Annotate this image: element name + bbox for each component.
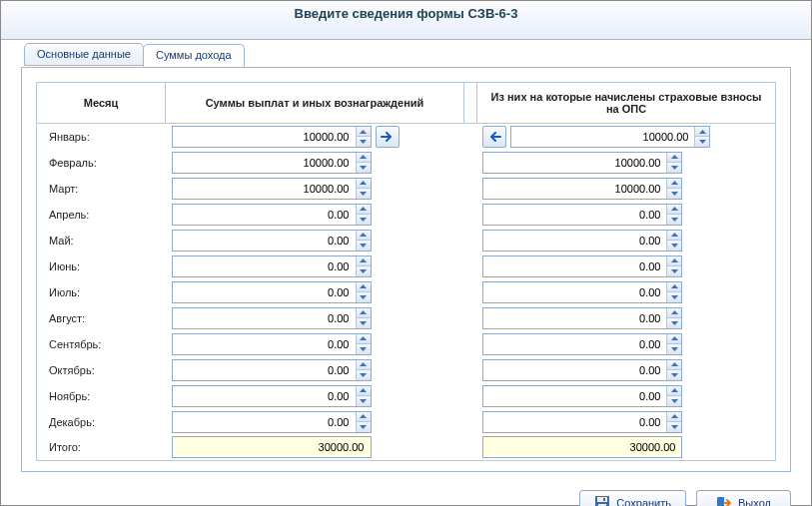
payments-input[interactable]	[173, 179, 356, 199]
insurance-input[interactable]	[483, 386, 666, 406]
payments-cell	[166, 202, 464, 228]
spin-down[interactable]	[667, 241, 681, 251]
spinner-buttons	[666, 282, 681, 302]
payments-input[interactable]	[173, 282, 356, 302]
spin-down[interactable]	[357, 370, 371, 380]
spin-up[interactable]	[667, 334, 681, 345]
spin-up[interactable]	[357, 153, 371, 164]
spin-up[interactable]	[667, 308, 681, 319]
spin-down[interactable]	[667, 215, 681, 225]
spin-up[interactable]	[357, 360, 371, 371]
spin-down[interactable]	[357, 215, 371, 225]
dialog: Введите сведения формы СЗВ-6-3 Основные …	[0, 0, 812, 506]
spinner-buttons	[666, 360, 681, 380]
spin-down[interactable]	[357, 344, 371, 354]
insurance-input[interactable]	[483, 308, 666, 328]
payments-input[interactable]	[173, 256, 356, 276]
spin-down[interactable]	[667, 266, 681, 276]
spin-up[interactable]	[667, 205, 681, 216]
arrow-left-icon	[487, 132, 501, 142]
insurance-input[interactable]	[483, 282, 666, 302]
insurance-spinner	[482, 385, 682, 407]
insurance-cell	[476, 279, 775, 305]
payments-input[interactable]	[173, 360, 356, 380]
spin-up[interactable]	[357, 334, 371, 345]
spinner-buttons	[356, 282, 371, 302]
spin-up[interactable]	[357, 256, 371, 267]
month-label: Июль:	[37, 279, 166, 305]
spin-down[interactable]	[357, 241, 371, 251]
payments-input[interactable]	[173, 386, 356, 406]
spin-up[interactable]	[357, 282, 371, 293]
insurance-input[interactable]	[483, 153, 666, 173]
tab-main-data[interactable]: Основные данные	[24, 43, 144, 66]
spin-down[interactable]	[357, 163, 371, 173]
exit-button-label: Выход	[738, 497, 771, 506]
insurance-input[interactable]	[483, 360, 666, 380]
spin-down[interactable]	[667, 163, 681, 173]
spin-up[interactable]	[667, 153, 681, 164]
spin-up[interactable]	[357, 386, 371, 397]
tab-panel: Месяц Суммы выплат и иных вознаграждений…	[21, 67, 791, 472]
payments-input[interactable]	[173, 231, 356, 251]
spin-down[interactable]	[357, 266, 371, 276]
spin-down[interactable]	[667, 318, 681, 328]
copy-left-button[interactable]	[482, 126, 506, 148]
insurance-cell	[476, 150, 775, 176]
spin-up[interactable]	[357, 179, 371, 190]
spinner-buttons	[694, 127, 709, 147]
insurance-input[interactable]	[483, 412, 666, 432]
dialog-footer: Сохранить Выход	[1, 482, 811, 506]
insurance-input[interactable]	[483, 231, 666, 251]
spin-down[interactable]	[667, 344, 681, 354]
spin-down[interactable]	[357, 292, 371, 302]
spin-up[interactable]	[667, 231, 681, 242]
spin-up[interactable]	[357, 231, 371, 242]
spin-down[interactable]	[667, 396, 681, 406]
tab-income-sums[interactable]: Суммы дохода	[143, 44, 245, 67]
spin-up[interactable]	[667, 360, 681, 371]
spin-up[interactable]	[667, 179, 681, 190]
insurance-spinner	[482, 333, 682, 355]
spin-down[interactable]	[667, 292, 681, 302]
spin-down[interactable]	[357, 396, 371, 406]
spin-up[interactable]	[667, 386, 681, 397]
exit-button[interactable]: Выход	[696, 490, 791, 506]
spin-up[interactable]	[357, 308, 371, 319]
insurance-input[interactable]	[511, 127, 694, 147]
spin-down[interactable]	[667, 189, 681, 199]
spin-down[interactable]	[357, 318, 371, 328]
spinner-buttons	[666, 231, 681, 251]
spin-up[interactable]	[357, 412, 371, 423]
payments-input[interactable]	[173, 205, 356, 225]
copy-right-button[interactable]	[376, 126, 400, 148]
payments-input[interactable]	[173, 412, 356, 432]
insurance-input[interactable]	[483, 179, 666, 199]
spin-down[interactable]	[695, 137, 709, 147]
insurance-input[interactable]	[483, 256, 666, 276]
payments-input[interactable]	[173, 153, 356, 173]
spin-down[interactable]	[667, 370, 681, 380]
payments-input[interactable]	[173, 308, 356, 328]
spin-up[interactable]	[667, 412, 681, 423]
spin-up[interactable]	[667, 256, 681, 267]
save-button[interactable]: Сохранить	[579, 490, 686, 506]
tab-sums-label: Суммы дохода	[156, 49, 232, 61]
spin-down[interactable]	[357, 137, 371, 147]
payments-input[interactable]	[173, 127, 356, 147]
insurance-input[interactable]	[483, 205, 666, 225]
spin-up[interactable]	[667, 282, 681, 293]
spin-down[interactable]	[357, 189, 371, 199]
spin-up[interactable]	[357, 205, 371, 216]
payments-cell	[166, 383, 464, 409]
insurance-input[interactable]	[483, 334, 666, 354]
payments-spinner	[172, 333, 372, 355]
spin-down[interactable]	[357, 422, 371, 432]
payments-input[interactable]	[173, 334, 356, 354]
insurance-spinner	[482, 178, 682, 200]
income-table: Месяц Суммы выплат и иных вознаграждений…	[36, 82, 776, 461]
spin-down[interactable]	[667, 422, 681, 432]
spinner-buttons	[666, 153, 681, 173]
spin-up[interactable]	[695, 127, 709, 138]
spin-up[interactable]	[357, 127, 371, 138]
